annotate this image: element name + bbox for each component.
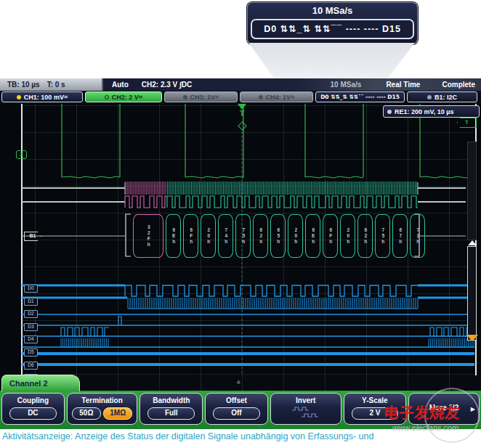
invert-title: Invert — [271, 396, 341, 404]
offset-title: Offset — [206, 396, 267, 404]
channel-tab-bar: CH1: 100 mV= CH2: 2 V= CH3: 1V= CH4: 1V=… — [0, 91, 481, 104]
bus-frame-value: 6Fh — [328, 227, 333, 245]
offset-button[interactable]: Off — [213, 407, 260, 420]
figure-caption: Aktivitätsanzeige: Anzeige des Status de… — [2, 431, 438, 441]
bandwidth-button[interactable]: Full — [147, 407, 195, 420]
digital-channel-label: D6 — [24, 362, 38, 370]
bus-frame: 67h — [392, 214, 408, 258]
digital-trigger-marker-icon — [466, 335, 478, 341]
digital-channel-label: D5 — [24, 349, 38, 357]
bus-frame-value: 74h — [223, 227, 228, 245]
bottom-caret-icon: ▵ — [237, 378, 240, 385]
tab-channel-1[interactable]: CH1: 100 mV= — [1, 91, 83, 102]
bus-frame-value: 62h — [363, 227, 368, 245]
digital-channel-label: D0 — [24, 285, 38, 293]
watermark-brand: 电子发烧友 — [383, 401, 480, 423]
time-offset-value: T: 0 s — [47, 81, 65, 89]
tab-channel-4[interactable]: CH4: 1V= — [240, 91, 313, 102]
coupling-panel: Coupling DC — [1, 393, 65, 425]
bus-frame: 20h — [288, 214, 303, 258]
oscilloscope-screen: TB: 10 µs T: 0 s Auto CH2: 2.3 V ∫DC 10 … — [0, 78, 481, 391]
b1-color-dot-icon — [427, 95, 432, 99]
menu-tab-channel-2[interactable]: Channel 2 — [1, 375, 80, 391]
status-bar: TB: 10 µs T: 0 s Auto CH2: 2.3 V ∫DC 10 … — [0, 78, 481, 91]
digital-channel-label: D3 — [24, 323, 38, 331]
callout-activity-indicator: D0 ⇅⇅_⇅ ⇅⇅¯¯ ---- ---- D15 — [251, 19, 414, 39]
bus-frame: 73h — [410, 214, 425, 258]
callout-sample-rate: 10 MSa/s — [248, 3, 417, 19]
ch2-position-marker[interactable]: 2 — [16, 150, 27, 159]
invert-waveform-icon — [291, 406, 321, 419]
bus-frame: 62h — [357, 214, 373, 258]
tab-bus-b1[interactable]: B1: I2C — [407, 91, 477, 102]
ch4-label: CH4: 1V= — [266, 94, 295, 101]
trigger-level-tag[interactable]: T — [457, 118, 477, 128]
digital-channel-labels: D0 D1 D2 D3 D4 D5 D6 D7 — [24, 285, 38, 377]
re1-label: RE1: 200 mV, 10 µs — [395, 108, 453, 115]
trigger-settings: CH2: 2.3 V ∫DC — [142, 81, 192, 89]
tab-reference-re1[interactable]: RE1: 200 mV, 10 µs — [383, 105, 480, 118]
termination-50ohm-button[interactable]: 50Ω — [72, 407, 101, 420]
ch4-color-dot-icon — [259, 95, 263, 99]
bus-frame: 32Fh — [133, 214, 163, 258]
bus-frame: 6Fh — [183, 214, 198, 258]
timebase-value: TB: 10 µs — [7, 81, 40, 89]
bus-frame-value: 67h — [397, 227, 403, 245]
bus-frame-value: 75h — [240, 227, 246, 245]
sample-rate-callout: 10 MSa/s D0 ⇅⇅_⇅ ⇅⇅¯¯ ---- ---- D15 — [247, 2, 418, 44]
ch2-label: CH2: 2 V= — [112, 94, 142, 101]
bus-frame: 6Eh — [166, 214, 181, 258]
digital-channel-label: D4 — [24, 335, 38, 343]
digital-activity-label: D0 ⇅⇅_⇅ ⇅⇅¯¯ ---- ---- D15 — [320, 94, 400, 100]
termination-title: Termination — [68, 396, 137, 404]
bus-frame-value: 6Eh — [171, 227, 176, 245]
scrollbar-track-lower[interactable] — [467, 246, 477, 341]
invert-panel[interactable]: Invert — [270, 393, 341, 425]
bus-frame-value: 6Fh — [188, 227, 193, 245]
termination-panel: Termination 50Ω 1MΩ — [67, 393, 138, 425]
display-frame-left — [21, 104, 23, 375]
bus-frame: 6Eh — [305, 214, 320, 258]
bus-frame-value: 32Fh — [146, 224, 151, 248]
bus-frame: 20h — [201, 214, 216, 258]
bus-frame-value: 75h — [380, 227, 385, 245]
bus-frame: 6Fh — [323, 214, 338, 258]
scrollbar-up-arrow-icon[interactable] — [468, 240, 477, 245]
bus-frame-value: 73h — [415, 227, 420, 245]
ch1-label: CH1: 100 mV= — [24, 94, 68, 101]
trigger-status-section: Auto CH2: 2.3 V ∫DC 10 MSa/s Real Time C… — [103, 78, 481, 91]
trigger-marker-letter: T — [238, 109, 246, 118]
bus-frame-value: 65h — [275, 227, 280, 245]
scrollbar-track-upper[interactable] — [467, 142, 477, 240]
coupling-title: Coupling — [2, 396, 64, 404]
tab-channel-2[interactable]: CH2: 2 V= — [85, 91, 162, 102]
bus-frame-value: 62h — [258, 227, 263, 245]
ch3-color-dot-icon — [183, 95, 187, 99]
bus-frame-value: 20h — [293, 227, 298, 245]
digital-channel-label: D2 — [24, 310, 38, 318]
bus-decode-frames: 32Fh 6Eh 6Fh 20h 74h 75h — [133, 214, 425, 256]
bus-frame-value: 6Eh — [310, 227, 315, 245]
bus-frame: 74h — [218, 214, 233, 258]
re1-color-dot-icon — [387, 110, 392, 114]
offset-panel: Offset Off — [205, 393, 268, 425]
bus-frame: 20h — [340, 214, 355, 258]
trigger-mode: Auto — [112, 81, 129, 89]
bus-frame: 75h — [375, 214, 390, 258]
timebase-section[interactable]: TB: 10 µs T: 0 s — [0, 78, 103, 91]
coupling-button[interactable]: DC — [9, 407, 57, 420]
watermark-url: www.elecfans.com — [392, 423, 458, 432]
bus-frame: 65h — [270, 214, 286, 258]
tab-channel-3[interactable]: CH3: 1V= — [164, 91, 238, 102]
digital-channel-label: D1 — [24, 298, 38, 306]
termination-1mohm-button[interactable]: 1MΩ — [103, 407, 132, 420]
sample-rate: 10 MSa/s — [331, 81, 362, 89]
ch1-color-dot-icon — [17, 95, 21, 99]
bus-frame-value: 20h — [206, 227, 211, 245]
tab-digital-channels[interactable]: D0 ⇅⇅_⇅ ⇅⇅¯¯ ---- ---- D15 — [315, 91, 405, 102]
ch2-color-dot-icon — [105, 95, 109, 99]
bandwidth-title: Bandwidth — [140, 396, 202, 404]
callout-pointer — [247, 43, 416, 78]
bus-frame-value: 20h — [345, 227, 350, 245]
waveform-display: RE1: 200 mV, 10 µs T T 2 B1 32Fh 6Eh 6Fh — [0, 104, 481, 377]
